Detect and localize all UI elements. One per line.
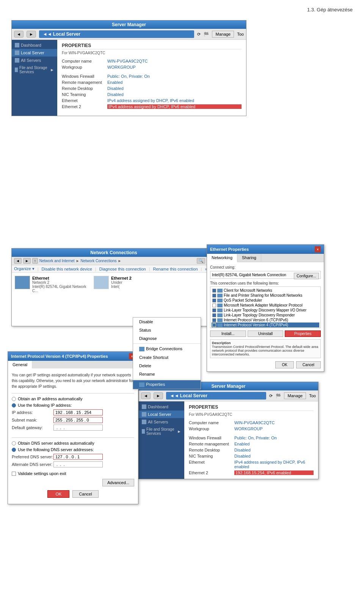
ctx-shortcut[interactable]: Create Shortcut <box>133 353 201 362</box>
nc-bc-network[interactable]: Network and Internet <box>39 259 75 263</box>
eth-label-client: Client for Microsoft Networks <box>224 288 272 293</box>
sidebar-item-dashboard[interactable]: Dashboard <box>12 41 57 49</box>
sm2-value-computer-name[interactable]: WIN-PVGAA9C2QTC <box>234 420 314 425</box>
ethernet-properties-window: Ethernet Properties × Networking Sharing… <box>207 244 324 372</box>
ipv4-radio-manual-ip[interactable]: Use the following IP address: <box>12 403 134 407</box>
ctx-bridge[interactable]: Bridge Connections <box>133 345 201 353</box>
nc-back-btn[interactable]: ◄ <box>14 258 22 264</box>
sm1-fwd-btn[interactable]: ► <box>27 31 36 38</box>
eth-close-btn[interactable]: × <box>315 246 321 252</box>
prop-value-ethernet2[interactable]: IPv4 address assigned by DHCP, IPv6 enab… <box>107 104 242 109</box>
eth-ok-btn[interactable]: OK <box>275 361 293 368</box>
nc-search-btn[interactable]: 🔍 <box>197 258 205 264</box>
sidebar-item-local-server[interactable]: Local Server <box>12 49 57 57</box>
nc-rename-btn[interactable]: Rename this connection <box>153 267 198 271</box>
eth-body: Connect using: Configure... Intel(R) 825… <box>207 262 324 371</box>
eth-item-ipv4[interactable]: Internet Protocol Version 4 (TCP/IPv4) <box>212 323 319 327</box>
ipv4-radio-manual-dns[interactable]: Use the following DNS server addresses: <box>12 447 134 452</box>
eth-items-list: Client for Microsoft Networks File and P… <box>210 286 321 328</box>
eth-item-qos[interactable]: QoS Packet Scheduler <box>212 298 319 303</box>
ipv4-cancel-btn[interactable]: Cancel <box>72 490 98 498</box>
ipv4-validate-row[interactable]: Validate settings upon exit <box>12 471 134 476</box>
sidebar-item-all-servers[interactable]: All Servers <box>12 57 57 64</box>
nc-eth2-name: Ethernet 2 <box>111 276 132 280</box>
sidebar-label-dashboard: Dashboard <box>21 43 41 47</box>
ipv4-ip-label: IP address: <box>12 410 53 415</box>
prop-value-computer-name[interactable]: WIN-PVGAA9C2QTC <box>107 59 242 63</box>
sm2-sidebar-storage[interactable]: File and Storage Services ► <box>139 426 184 437</box>
sm2-label-all-servers: All Servers <box>148 420 168 424</box>
eth-icon-lldp1 <box>217 308 223 312</box>
eth-icon-lldp2 <box>217 313 223 317</box>
prop-label-remote-mgmt: Remote management <box>62 80 107 85</box>
prop-value-workgroup[interactable]: WORKGROUP <box>107 65 242 69</box>
eth-item-mux[interactable]: Microsoft Network Adapter Multiplexor Pr… <box>212 303 319 308</box>
eth-label-mux: Microsoft Network Adapter Multiplexor Pr… <box>224 303 303 307</box>
sm2-sidebar-all-servers[interactable]: All Servers <box>139 418 184 426</box>
ctx-delete[interactable]: Delete <box>133 362 201 370</box>
ipv4-properties-window: Internet Protocol Version 4 (TCP/IPv4) P… <box>8 351 138 504</box>
eth-configure-btn[interactable]: Configure... <box>294 273 319 279</box>
ctx-rename[interactable]: Rename <box>133 370 201 378</box>
eth-label-ipv4: Internet Protocol Version 4 (TCP/IPv4) <box>224 323 288 327</box>
ipv4-validate-checkbox <box>12 472 16 476</box>
ipv4-preferred-dns-input[interactable] <box>53 454 103 460</box>
sm2-value-workgroup[interactable]: WORKGROUP <box>234 426 314 431</box>
ipv4-radio-auto-dns[interactable]: Obtain DNS server address automatically <box>12 441 134 445</box>
nc-eth1-name: Ethernet <box>32 276 91 280</box>
sm2-servers-icon <box>142 420 146 424</box>
ipv4-field-alternate-dns: Alternate DNS server: <box>12 461 134 467</box>
sm1-back-btn[interactable]: ◄ <box>14 31 24 38</box>
ipv4-ok-btn[interactable]: OK <box>47 490 69 498</box>
sm2-back-btn[interactable]: ◄ <box>141 392 151 399</box>
sm2-fwd-btn[interactable]: ► <box>154 392 163 399</box>
ipv4-radio-auto-ip[interactable]: Obtain an IP address automatically <box>12 396 134 401</box>
nc-organize-btn[interactable]: Organize ▾ <box>14 266 35 271</box>
sm2-value-ethernet2[interactable]: 192.168.15.254, IPv6 enabled <box>234 470 314 475</box>
sidebar-item-storage[interactable]: File and Storage Services ► <box>12 64 57 76</box>
nc-up-btn[interactable]: ↑ <box>32 258 38 264</box>
sm1-manage-btn[interactable]: Manage <box>212 31 234 38</box>
sm2-sidebar-dashboard[interactable]: Dashboard <box>139 403 184 411</box>
nc-diagnose-btn[interactable]: Diagnose this connection <box>99 267 146 271</box>
servers-icon <box>15 58 19 63</box>
nc-fwd-btn[interactable]: ► <box>23 258 31 264</box>
nc-bc-sep1: ► <box>76 259 80 263</box>
eth-item-sharing[interactable]: File and Printer Sharing for Microsoft N… <box>212 293 319 298</box>
tab-general[interactable]: General <box>8 361 32 368</box>
props-icon <box>139 382 144 387</box>
eth-item-ipv6[interactable]: Internet Protocol Version 6 (TCP/IPv6) <box>212 318 319 323</box>
eth-item-client[interactable]: Client for Microsoft Networks <box>212 288 319 293</box>
eth-uninstall-btn[interactable]: Uninstall <box>248 330 284 337</box>
nc-eth2-type: Unider <box>111 280 132 285</box>
ipv4-advanced-btn[interactable]: Advanced... <box>102 479 134 486</box>
sm1-sidebar: Dashboard Local Server All Servers File … <box>12 40 57 116</box>
tab-sharing[interactable]: Sharing <box>237 254 261 262</box>
eth-install-btn[interactable]: Install... <box>210 330 246 337</box>
eth-cancel-btn[interactable]: Cancel <box>296 361 321 368</box>
sm2-manage-btn[interactable]: Manage <box>284 392 306 399</box>
ethernet-icon <box>15 276 30 289</box>
ipv4-ok-row: OK Cancel <box>12 490 134 500</box>
sm2-sidebar-local-server[interactable]: Local Server <box>139 411 184 418</box>
prop-label-ethernet: Ethernet <box>62 98 107 103</box>
ctx-diagnose[interactable]: Diagnose <box>133 334 201 343</box>
eth-item-lldp1[interactable]: Link-Layer Topology Discovery Mapper I/O… <box>212 308 319 313</box>
eth-properties-btn[interactable]: Properties <box>285 330 321 337</box>
ipv4-subnet-input[interactable] <box>53 417 103 423</box>
nc-bc-connections[interactable]: Network Connections <box>81 259 117 263</box>
ctx-disable[interactable]: Disable <box>133 318 201 326</box>
sm1-props-title: PROPERTIES <box>62 43 242 49</box>
nc-disable-btn[interactable]: Disable this network device <box>42 267 92 271</box>
ctx-properties[interactable]: Properties <box>133 380 201 389</box>
tab-networking[interactable]: Networking <box>207 254 237 262</box>
nc-eth2-detail: Intel( <box>111 285 132 289</box>
prop-value-nic: Disabled <box>107 92 242 97</box>
ctx-status[interactable]: Status <box>133 326 201 334</box>
ipv4-gateway-input[interactable] <box>53 425 103 431</box>
ipv4-field-ip: IP address: <box>12 409 134 415</box>
ipv4-alternate-dns-input[interactable] <box>53 461 103 467</box>
ipv4-ip-input[interactable] <box>53 409 103 415</box>
eth-desc-box: Description Transmission Control Protoco… <box>210 339 321 358</box>
eth-item-lldp2[interactable]: Link-Layer Topology Discovery Responder <box>212 313 319 318</box>
